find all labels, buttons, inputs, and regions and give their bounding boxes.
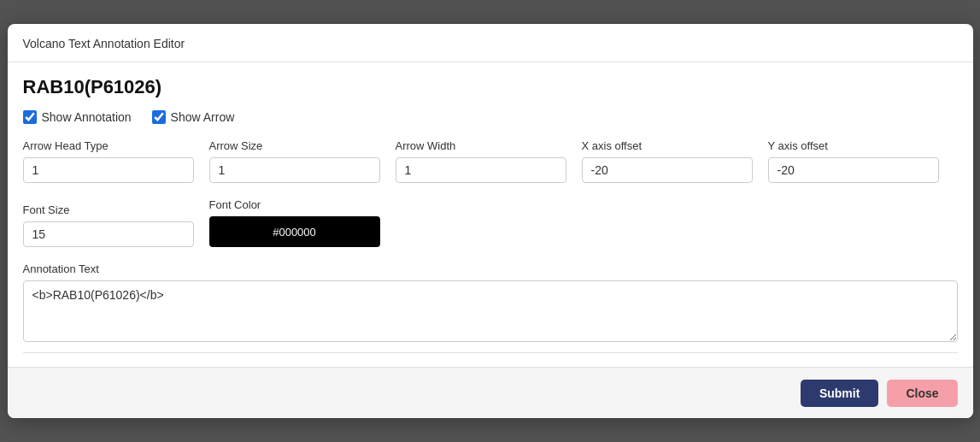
arrow-width-input[interactable]	[396, 157, 566, 183]
submit-button[interactable]: Submit	[801, 380, 878, 407]
arrow-size-label: Arrow Size	[209, 139, 380, 152]
x-axis-offset-label: X axis offset	[582, 139, 753, 152]
modal-header-title: Volcano Text Annotation Editor	[23, 37, 185, 50]
arrow-head-type-label: Arrow Head Type	[23, 139, 194, 152]
show-arrow-checkbox-label[interactable]: Show Arrow	[152, 110, 235, 124]
fields-row-1: Arrow Head Type Arrow Size Arrow Width X…	[23, 139, 958, 183]
y-axis-offset-label: Y axis offset	[768, 139, 939, 152]
show-annotation-checkbox[interactable]	[23, 110, 37, 124]
fields-row-2: Font Size Font Color #000000	[23, 198, 958, 247]
annotation-text-input[interactable]: <b>RAB10(P61026)</b>	[23, 280, 958, 342]
arrow-head-type-input[interactable]	[23, 157, 194, 183]
divider	[23, 352, 958, 353]
font-size-group: Font Size	[23, 203, 194, 247]
font-size-label: Font Size	[23, 203, 194, 216]
font-color-button[interactable]: #000000	[209, 216, 380, 247]
x-axis-offset-group: X axis offset	[582, 139, 753, 183]
show-annotation-label: Show Annotation	[42, 110, 132, 124]
bottom-strip: Submit Close	[8, 367, 973, 418]
show-arrow-label: Show Arrow	[171, 110, 235, 124]
font-size-input[interactable]	[23, 221, 194, 247]
arrow-width-label: Arrow Width	[396, 139, 566, 152]
y-axis-offset-group: Y axis offset	[768, 139, 939, 183]
checkbox-row: Show Annotation Show Arrow	[23, 110, 958, 124]
modal-dialog: Volcano Text Annotation Editor RAB10(P61…	[8, 24, 973, 418]
modal-header: Volcano Text Annotation Editor	[8, 24, 973, 62]
annotation-text-group: Annotation Text <b>RAB10(P61026)</b>	[23, 262, 958, 342]
arrow-head-type-group: Arrow Head Type	[23, 139, 194, 183]
font-color-label: Font Color	[209, 198, 380, 211]
arrow-size-group: Arrow Size	[209, 139, 380, 183]
arrow-width-group: Arrow Width	[396, 139, 566, 183]
modal-body: RAB10(P61026) Show Annotation Show Arrow…	[8, 62, 973, 367]
x-axis-offset-input[interactable]	[582, 157, 753, 183]
show-annotation-checkbox-label[interactable]: Show Annotation	[23, 110, 132, 124]
modal-overlay: Volcano Text Annotation Editor RAB10(P61…	[0, 0, 980, 442]
protein-title: RAB10(P61026)	[23, 76, 958, 98]
close-button[interactable]: Close	[887, 380, 957, 407]
y-axis-offset-input[interactable]	[768, 157, 939, 183]
font-color-group: Font Color #000000	[209, 198, 380, 247]
arrow-size-input[interactable]	[209, 157, 380, 183]
show-arrow-checkbox[interactable]	[152, 110, 166, 124]
annotation-text-label: Annotation Text	[23, 262, 958, 275]
